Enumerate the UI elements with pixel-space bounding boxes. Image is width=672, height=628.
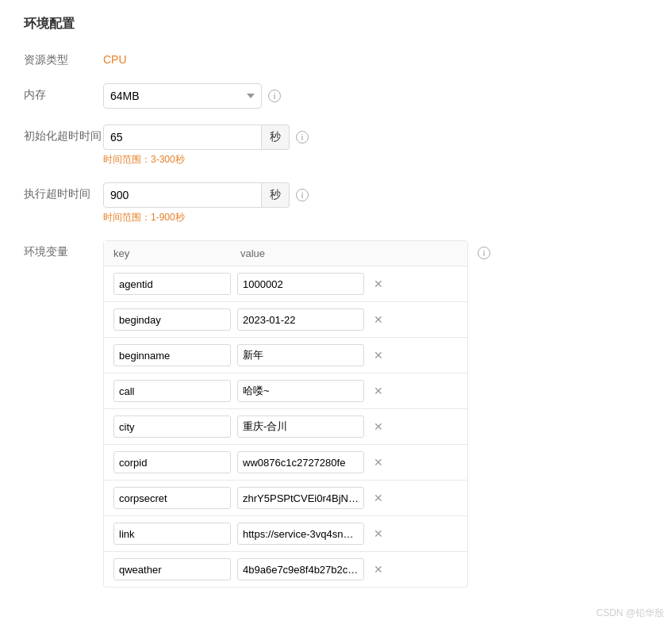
env-key-input[interactable] — [113, 487, 231, 509]
table-row: ✕ — [104, 516, 467, 552]
env-value-input[interactable] — [237, 344, 364, 366]
init-timeout-row: 初始化超时时间 秒 i 时间范围：3-300秒 — [24, 124, 648, 167]
env-key-input[interactable] — [113, 523, 231, 545]
env-value-input[interactable] — [237, 451, 364, 473]
table-row: ✕ — [104, 338, 467, 373]
exec-timeout-unit: 秒 — [262, 182, 290, 208]
env-key-input[interactable] — [113, 380, 231, 402]
env-delete-button[interactable]: ✕ — [371, 526, 386, 542]
page-container: 环境配置 资源类型 CPU 内存 64MB 128MB 256MB 512MB … — [0, 0, 672, 628]
env-key-input[interactable] — [113, 415, 231, 438]
env-key-input[interactable] — [113, 451, 231, 473]
table-row: ✕ — [104, 373, 467, 409]
exec-timeout-input[interactable] — [103, 182, 262, 208]
env-value-input[interactable] — [237, 487, 364, 509]
exec-timeout-label: 执行超时时间 — [24, 182, 103, 201]
exec-timeout-row: 执行超时时间 秒 i 时间范围：1-900秒 — [24, 182, 648, 224]
env-value-input[interactable] — [237, 308, 364, 331]
env-value-input[interactable] — [237, 380, 364, 402]
table-row: ✕ — [104, 552, 467, 587]
resource-type-row: 资源类型 CPU — [24, 48, 648, 67]
env-key-input[interactable] — [113, 273, 231, 295]
env-rows-container: ✕ ✕ ✕ ✕ ✕ ✕ ✕ ✕ — [104, 266, 467, 587]
table-row: ✕ — [104, 445, 467, 481]
env-delete-button[interactable]: ✕ — [371, 419, 386, 435]
table-row: ✕ — [104, 266, 467, 302]
resource-type-label: 资源类型 — [24, 48, 103, 67]
env-key-input[interactable] — [113, 308, 231, 331]
env-vars-row: 环境变量 key value ✕ ✕ ✕ — [24, 240, 648, 588]
memory-row: 内存 64MB 128MB 256MB 512MB i — [24, 83, 648, 109]
env-value-input[interactable] — [237, 415, 364, 438]
env-delete-button[interactable]: ✕ — [371, 454, 386, 470]
env-table-header: key value — [104, 241, 467, 266]
env-key-input[interactable] — [113, 344, 231, 366]
section-title: 环境配置 — [24, 16, 648, 33]
exec-timeout-hint: 时间范围：1-900秒 — [103, 211, 648, 224]
init-timeout-hint: 时间范围：3-300秒 — [103, 153, 648, 167]
table-row: ✕ — [104, 481, 467, 516]
init-timeout-info-icon[interactable]: i — [296, 131, 309, 144]
env-col-key-header: key — [113, 247, 240, 259]
env-vars-label: 环境变量 — [24, 240, 103, 259]
env-delete-button[interactable]: ✕ — [371, 347, 386, 363]
memory-label: 内存 — [24, 83, 103, 102]
env-vars-info-icon[interactable]: i — [478, 247, 490, 259]
env-delete-button[interactable]: ✕ — [371, 561, 386, 577]
init-timeout-label: 初始化超时时间 — [24, 124, 103, 144]
init-timeout-input[interactable] — [103, 124, 262, 150]
env-delete-button[interactable]: ✕ — [371, 312, 386, 327]
exec-timeout-info-icon[interactable]: i — [296, 189, 309, 201]
env-col-value-header: value — [240, 247, 458, 259]
memory-info-icon[interactable]: i — [268, 90, 281, 102]
env-delete-button[interactable]: ✕ — [371, 276, 386, 292]
env-delete-button[interactable]: ✕ — [371, 383, 386, 399]
resource-type-value: CPU — [103, 48, 648, 66]
table-row: ✕ — [104, 409, 467, 445]
env-table: key value ✕ ✕ ✕ ✕ ✕ — [103, 240, 468, 588]
env-key-input[interactable] — [113, 558, 231, 580]
env-value-input[interactable] — [237, 273, 364, 295]
env-delete-button[interactable]: ✕ — [371, 490, 386, 506]
memory-select[interactable]: 64MB 128MB 256MB 512MB — [103, 83, 262, 109]
table-row: ✕ — [104, 302, 467, 338]
env-value-input[interactable] — [237, 558, 364, 580]
init-timeout-unit: 秒 — [262, 124, 290, 150]
env-value-input[interactable] — [237, 523, 364, 545]
watermark: CSDN @铅华殷 — [596, 607, 664, 620]
